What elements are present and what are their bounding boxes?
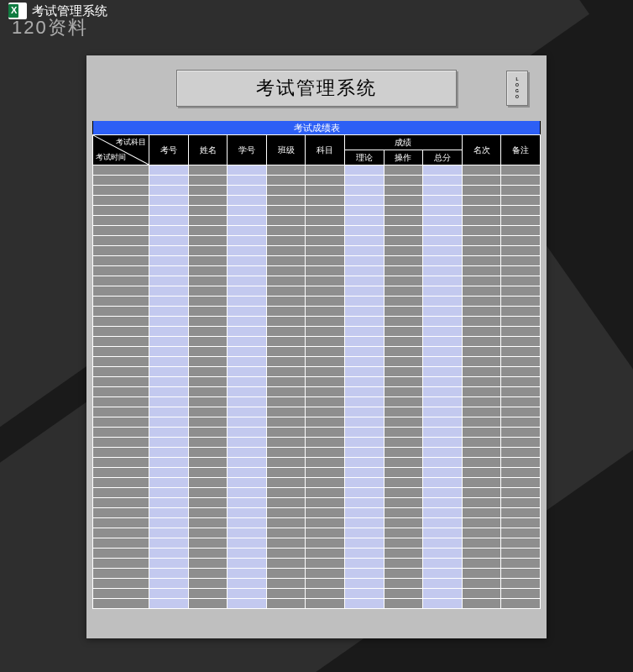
cell[interactable] <box>423 196 463 206</box>
cell[interactable] <box>384 417 423 428</box>
cell[interactable] <box>462 327 501 337</box>
cell[interactable] <box>345 266 385 276</box>
cell[interactable] <box>384 176 423 186</box>
cell[interactable] <box>93 337 149 347</box>
cell[interactable] <box>501 216 541 226</box>
cell[interactable] <box>266 488 306 498</box>
cell[interactable] <box>149 206 189 216</box>
cell[interactable] <box>149 549 189 559</box>
cell[interactable] <box>462 307 501 317</box>
cell[interactable] <box>228 286 267 297</box>
cell[interactable] <box>266 226 306 236</box>
cell[interactable] <box>384 196 423 206</box>
cell[interactable] <box>501 196 541 206</box>
cell[interactable] <box>423 276 463 286</box>
cell[interactable] <box>306 478 345 488</box>
cell[interactable] <box>306 246 345 256</box>
cell[interactable] <box>188 297 228 307</box>
cell[interactable] <box>423 327 463 337</box>
cell[interactable] <box>423 528 463 538</box>
cell[interactable] <box>188 226 228 236</box>
cell[interactable] <box>228 407 267 417</box>
cell[interactable] <box>266 246 306 256</box>
cell[interactable] <box>149 559 189 569</box>
cell[interactable] <box>462 428 501 438</box>
cell[interactable] <box>384 357 423 367</box>
cell[interactable] <box>384 236 423 246</box>
cell[interactable] <box>384 226 423 236</box>
cell[interactable] <box>306 226 345 236</box>
cell[interactable] <box>266 236 306 246</box>
cell[interactable] <box>306 599 345 609</box>
cell[interactable] <box>501 518 541 528</box>
cell[interactable] <box>266 276 306 286</box>
cell[interactable] <box>228 165 267 176</box>
cell[interactable] <box>345 337 385 347</box>
cell[interactable] <box>306 297 345 307</box>
cell[interactable] <box>93 478 149 488</box>
cell[interactable] <box>423 297 463 307</box>
cell[interactable] <box>306 458 345 468</box>
cell[interactable] <box>384 337 423 347</box>
cell[interactable] <box>384 246 423 256</box>
cell[interactable] <box>149 276 189 286</box>
cell[interactable] <box>384 165 423 176</box>
cell[interactable] <box>384 599 423 609</box>
cell[interactable] <box>384 387 423 397</box>
cell[interactable] <box>423 216 463 226</box>
cell[interactable] <box>93 448 149 458</box>
cell[interactable] <box>266 448 306 458</box>
cell[interactable] <box>501 549 541 559</box>
cell[interactable] <box>501 165 541 176</box>
cell[interactable] <box>228 549 267 559</box>
cell[interactable] <box>228 589 267 599</box>
cell[interactable] <box>93 246 149 256</box>
cell[interactable] <box>306 549 345 559</box>
cell[interactable] <box>149 377 189 387</box>
cell[interactable] <box>423 498 463 508</box>
cell[interactable] <box>266 589 306 599</box>
cell[interactable] <box>228 417 267 428</box>
cell[interactable] <box>345 397 385 407</box>
cell[interactable] <box>306 407 345 417</box>
cell[interactable] <box>188 337 228 347</box>
cell[interactable] <box>93 589 149 599</box>
cell[interactable] <box>266 367 306 377</box>
cell[interactable] <box>423 397 463 407</box>
cell[interactable] <box>93 428 149 438</box>
cell[interactable] <box>228 357 267 367</box>
cell[interactable] <box>306 216 345 226</box>
cell[interactable] <box>306 357 345 367</box>
cell[interactable] <box>188 196 228 206</box>
cell[interactable] <box>501 276 541 286</box>
cell[interactable] <box>306 317 345 327</box>
cell[interactable] <box>188 307 228 317</box>
cell[interactable] <box>266 438 306 448</box>
cell[interactable] <box>345 528 385 538</box>
cell[interactable] <box>93 206 149 216</box>
cell[interactable] <box>345 559 385 569</box>
cell[interactable] <box>345 226 385 236</box>
cell[interactable] <box>345 367 385 377</box>
cell[interactable] <box>306 206 345 216</box>
cell[interactable] <box>423 569 463 579</box>
cell[interactable] <box>266 528 306 538</box>
cell[interactable] <box>266 538 306 549</box>
cell[interactable] <box>423 448 463 458</box>
cell[interactable] <box>345 176 385 186</box>
cell[interactable] <box>228 458 267 468</box>
cell[interactable] <box>149 478 189 488</box>
cell[interactable] <box>188 478 228 488</box>
cell[interactable] <box>228 276 267 286</box>
cell[interactable] <box>345 417 385 428</box>
cell[interactable] <box>93 599 149 609</box>
cell[interactable] <box>423 508 463 518</box>
cell[interactable] <box>345 317 385 327</box>
cell[interactable] <box>228 538 267 549</box>
cell[interactable] <box>149 508 189 518</box>
cell[interactable] <box>228 569 267 579</box>
cell[interactable] <box>462 438 501 448</box>
cell[interactable] <box>462 589 501 599</box>
cell[interactable] <box>462 528 501 538</box>
cell[interactable] <box>423 458 463 468</box>
